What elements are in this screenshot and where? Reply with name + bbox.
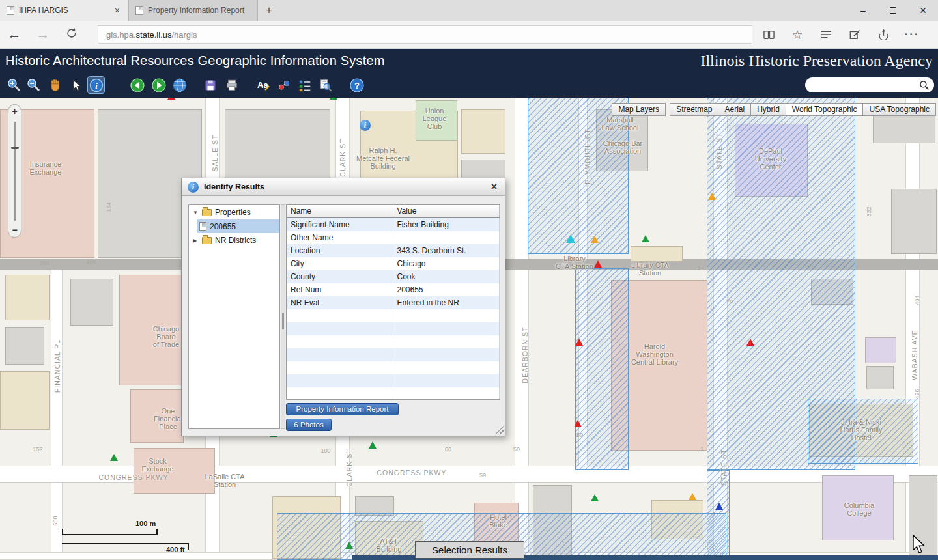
basemap-button-world-topographic[interactable]: World Topographic [786,103,864,116]
previous-extent-icon[interactable] [128,76,146,94]
zoom-slider[interactable]: + − [8,104,21,238]
blue-marker-icon[interactable] [715,503,723,510]
building-footprint [631,246,683,262]
help-icon[interactable]: ? [348,76,365,94]
dialog-close-icon[interactable]: × [489,181,499,193]
green-marker-icon[interactable] [330,98,337,100]
tree-item-nr-districts[interactable]: ▶ NR Districts [189,233,279,247]
green-marker-icon[interactable] [345,542,353,549]
url-prefix: gis.hpa. [106,30,136,40]
more-options-icon[interactable]: ··· [905,27,919,42]
zoom-slider-handle[interactable] [11,147,19,149]
map-label: AT&T Building [376,537,401,553]
zoom-slider-plus-icon[interactable]: + [8,105,21,118]
share-icon[interactable] [876,27,890,42]
result-row: NR EvalEntered in the NR [287,296,500,309]
address-number: 152 [33,446,42,453]
photos-button[interactable]: 6 Photos [286,419,332,431]
basemap-button-usa-topographic[interactable]: USA Topographic [862,103,936,116]
zoom-in-icon[interactable] [5,76,23,94]
address-number: 20 [726,298,733,305]
tree-item-200655[interactable]: 200655 [197,219,279,233]
new-tab-button[interactable]: + [258,0,280,21]
green-marker-icon[interactable] [642,235,649,242]
orange-marker-icon[interactable] [591,236,599,243]
tab-ihpa-hargis[interactable]: IHPA HARGIS × [0,0,129,21]
green-marker-icon[interactable] [369,441,377,449]
selection-results-tab[interactable]: Selection Results [415,541,524,559]
back-icon[interactable]: ← [0,27,29,42]
result-row [287,322,500,335]
minimize-button[interactable]: – [848,0,878,21]
basemap-button-streetmap[interactable]: Streetmap [670,103,718,116]
feature-select-icon[interactable] [275,76,292,94]
building-footprint [5,327,44,365]
property-information-report-button[interactable]: Property Information Report [286,403,399,415]
map-label: Library CTA Station [631,261,669,277]
orange-marker-icon[interactable] [708,193,716,200]
tab-property-information-report[interactable]: Property Information Report [129,0,258,21]
green-marker-icon[interactable] [591,494,599,501]
reading-view-icon[interactable] [761,27,776,42]
identify-cursor-icon: i [360,120,371,131]
zoom-slider-track[interactable] [14,122,16,221]
select-icon[interactable] [67,76,85,94]
next-extent-icon[interactable] [150,76,167,94]
tree-item-properties[interactable]: ▼ Properties [189,205,279,219]
cyan-marker-icon[interactable] [566,234,575,243]
search-input[interactable] [805,77,934,92]
splitter-grip[interactable] [282,313,284,329]
legend-icon[interactable] [296,76,313,94]
panel-splitter[interactable] [281,204,285,429]
green-marker-icon[interactable] [110,454,118,461]
nr-district-polygon[interactable] [575,268,629,470]
result-row: Location343 S. Dearborn St. [287,244,500,257]
browser-nav-bar: ← → gis.hpa.state.il.us/hargis ☆ ··· [0,21,938,49]
folder-icon [202,237,212,244]
maximize-button[interactable] [878,0,908,21]
results-table-body: Significant NameFisher BuildingOther Nam… [287,218,500,400]
favorites-star-icon[interactable]: ☆ [790,27,804,42]
address-bar[interactable]: gis.hpa.state.il.us/hargis [98,25,752,44]
red-marker-icon[interactable] [746,339,754,346]
hub-icon[interactable] [819,27,833,42]
name-cell: County [287,270,393,283]
full-extent-icon[interactable] [171,76,188,94]
save-icon[interactable] [201,76,219,94]
name-cell: NR Eval [287,296,393,309]
refresh-icon[interactable] [57,27,86,42]
basemap-button-hybrid[interactable]: Hybrid [750,103,786,116]
web-note-icon[interactable] [847,27,862,42]
basemap-button-aerial[interactable]: Aerial [718,103,751,116]
tab-close-icon[interactable]: × [113,5,122,16]
close-button[interactable]: × [908,0,938,21]
map-label: Columbia College [844,501,874,517]
red-marker-icon[interactable] [167,98,175,100]
labels-icon[interactable]: Aa [254,76,272,94]
tree-label: 200655 [210,222,236,231]
street-label: STATE ST [720,449,728,486]
tree-collapse-icon[interactable]: ▶ [193,238,199,244]
map-layers-button[interactable]: Map Layers [612,103,666,116]
dialog-resize-grip[interactable] [495,426,504,434]
result-row [287,374,500,387]
map-label: Ralph H. Metcalfe Federal Building [356,147,410,170]
orange-marker-icon[interactable] [689,493,696,500]
pan-icon[interactable] [47,76,64,94]
page-icon [135,6,143,15]
print-icon[interactable] [223,76,240,94]
red-marker-icon[interactable] [575,339,583,346]
identify-icon[interactable]: i [87,76,105,94]
dialog-title-bar[interactable]: i Identify Results × [182,178,505,196]
zoom-out-icon[interactable] [25,76,42,94]
red-marker-icon[interactable] [594,260,602,268]
red-marker-icon[interactable] [574,420,582,427]
forward-icon[interactable]: → [29,27,57,42]
tab-title: Property Information Report [148,6,251,15]
zoom-slider-minus-icon[interactable]: − [8,224,21,236]
address-number: 166 [39,260,49,266]
tree-expand-icon[interactable]: ▼ [193,210,199,216]
name-cell [287,348,393,361]
street-label: CONGRESS PKWY [377,469,447,477]
attribute-search-icon[interactable] [317,76,334,94]
